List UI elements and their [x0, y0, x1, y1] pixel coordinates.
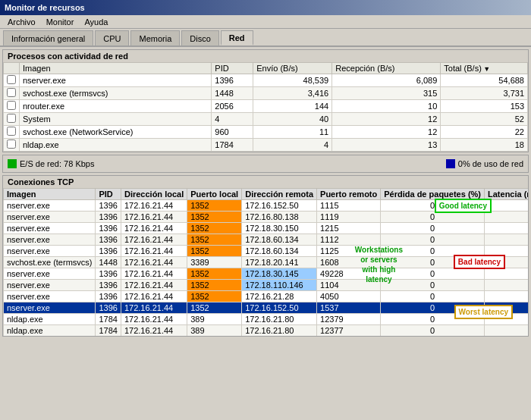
- table-row: svchost.exe (NetworkService) 960 11 12 2…: [4, 126, 528, 139]
- title-text: Monitor de recursos: [5, 3, 85, 12]
- row-imagen: nrouter.exe: [20, 100, 212, 113]
- tcp-row-puerto-local: 1352: [187, 302, 242, 314]
- processes-table-wrap: Imagen PID Envío (B/s) Recepción (B/s) T…: [3, 62, 528, 152]
- row-pid: 1448: [212, 87, 253, 100]
- tcp-row-latencia: 30: [485, 234, 528, 246]
- tcp-row-dir-local: 172.16.21.44: [121, 280, 187, 291]
- tcp-row-pid: 1396: [96, 302, 121, 314]
- tcp-row-dir-remota: 172.18.30.145: [242, 268, 317, 280]
- row-check[interactable]: [4, 100, 20, 113]
- tcp-table-row: nserver.exe 1396 172.16.21.44 1352 172.1…: [4, 223, 529, 234]
- row-envio: 4: [253, 139, 332, 152]
- green-square-icon: [8, 159, 17, 168]
- row-imagen: svchost.exe (termsvcs): [20, 87, 212, 100]
- row-total: 54,688: [441, 74, 528, 87]
- menu-bar: Archivo Monitor Ayuda: [0, 15, 531, 29]
- tab-info-general[interactable]: Información general: [3, 30, 93, 45]
- tcp-row-pid: 1448: [96, 257, 121, 268]
- tcp-col-pid: PID: [96, 189, 121, 200]
- annotation-worst-latency: Worst latency: [454, 305, 513, 319]
- tcp-row-dir-remota: 172.16.21.80: [242, 325, 317, 337]
- tcp-row-pid: 1784: [96, 325, 121, 337]
- tcp-row-dir-remota: 172.16.21.80: [242, 314, 317, 325]
- row-pid: 4: [212, 113, 253, 126]
- tcp-row-perdida: 0: [381, 325, 485, 337]
- row-imagen: svchost.exe (NetworkService): [20, 126, 212, 139]
- tcp-row-puerto-remoto: 12377: [317, 325, 381, 337]
- network-label-1: E/S de red: 78 Kbps: [20, 159, 94, 168]
- tcp-row-puerto-remoto: 12379: [317, 314, 381, 325]
- tcp-row-dir-remota: 172.18.60.134: [242, 234, 317, 246]
- row-check[interactable]: [4, 87, 20, 100]
- tcp-col-dir-remota: Dirección remota: [242, 189, 317, 200]
- tcp-col-dir-local: Dirección local: [121, 189, 187, 200]
- table-row: System 4 40 12 52: [4, 113, 528, 126]
- tcp-row-dir-remota: 172.16.152.50: [242, 302, 317, 314]
- tcp-row-pid: 1396: [96, 200, 121, 212]
- tab-disco[interactable]: Disco: [181, 30, 219, 45]
- menu-archivo[interactable]: Archivo: [3, 17, 40, 27]
- annotation-good-latency: Good latency: [435, 199, 492, 213]
- tcp-row-pid: 1396: [96, 223, 121, 234]
- tcp-row-dir-local: 172.16.21.44: [121, 291, 187, 302]
- tcp-row-puerto-local: 1352: [187, 268, 242, 280]
- tcp-row-imagen: nserver.exe: [4, 212, 96, 223]
- row-check[interactable]: [4, 126, 20, 139]
- tab-cpu[interactable]: CPU: [95, 30, 129, 45]
- tcp-row-imagen: nserver.exe: [4, 280, 96, 291]
- tcp-row-dir-local: 172.16.21.44: [121, 257, 187, 268]
- tcp-row-puerto-remoto: 1537: [317, 302, 381, 314]
- row-recepcion: 315: [332, 87, 441, 100]
- row-recepcion: 10: [332, 100, 441, 113]
- tcp-row-puerto-local: 3389: [187, 257, 242, 268]
- row-check[interactable]: [4, 113, 20, 126]
- tab-memoria[interactable]: Memoria: [130, 30, 180, 45]
- row-imagen: System: [20, 113, 212, 126]
- tcp-section-title: Conexiones TCP: [3, 176, 528, 188]
- tab-red[interactable]: Red: [221, 30, 253, 45]
- tcp-row-puerto-local: 1352: [187, 246, 242, 257]
- process-section: Procesos con actividad de red Imagen PID…: [2, 49, 529, 152]
- tcp-row-imagen: nserver.exe: [4, 234, 96, 246]
- tcp-row-latencia: 9: [485, 223, 528, 234]
- tcp-row-imagen: nserver.exe: [4, 268, 96, 280]
- process-section-title: Procesos con actividad de red: [3, 50, 528, 62]
- row-check[interactable]: [4, 139, 20, 152]
- tcp-row-dir-local: 172.16.21.44: [121, 212, 187, 223]
- tcp-col-imagen: Imagen: [4, 189, 96, 200]
- col-imagen: Imagen: [20, 63, 212, 74]
- row-total: 18: [441, 139, 528, 152]
- row-envio: 11: [253, 126, 332, 139]
- tcp-row-latencia: 60: [485, 268, 528, 280]
- row-pid: 2056: [212, 100, 253, 113]
- col-check: [4, 63, 20, 74]
- tcp-row-pid: 1396: [96, 268, 121, 280]
- tcp-row-pid: 1396: [96, 234, 121, 246]
- tcp-row-puerto-remoto: 1115: [317, 200, 381, 212]
- tcp-table-row: nserver.exe 1396 172.16.21.44 1352 172.1…: [4, 268, 529, 280]
- network-label-2: 0% de uso de red: [458, 159, 523, 168]
- main-content: Procesos con actividad de red Imagen PID…: [0, 49, 531, 337]
- menu-monitor[interactable]: Monitor: [42, 17, 79, 27]
- tcp-row-dir-remota: 172.18.60.134: [242, 246, 317, 257]
- table-row: nldap.exe 1784 4 13 18: [4, 139, 528, 152]
- tcp-row-imagen: nldap.exe: [4, 325, 96, 337]
- network-indicator-1: E/S de red: 78 Kbps: [8, 159, 94, 168]
- menu-ayuda[interactable]: Ayuda: [80, 17, 112, 27]
- tcp-row-puerto-remoto: 4050: [317, 291, 381, 302]
- tcp-row-dir-remota: 172.18.30.150: [242, 223, 317, 234]
- tcp-row-pid: 1396: [96, 246, 121, 257]
- tcp-row-pid: 1784: [96, 314, 121, 325]
- tcp-row-dir-local: 172.16.21.44: [121, 268, 187, 280]
- blue-square-icon: [446, 159, 455, 168]
- network-indicator-2: 0% de uso de red: [446, 159, 523, 168]
- row-check[interactable]: [4, 74, 20, 87]
- tcp-row-perdida: 0: [381, 223, 485, 234]
- tcp-row-pid: 1396: [96, 280, 121, 291]
- tcp-table-row: nserver.exe 1396 172.16.21.44 1352 172.1…: [4, 291, 529, 302]
- col-total: Total (B/s): [441, 63, 528, 74]
- tcp-row-puerto-local: 1352: [187, 291, 242, 302]
- row-pid: 960: [212, 126, 253, 139]
- tcp-row-puerto-local: 1352: [187, 212, 242, 223]
- tcp-row-dir-remota: 172.16.80.138: [242, 212, 317, 223]
